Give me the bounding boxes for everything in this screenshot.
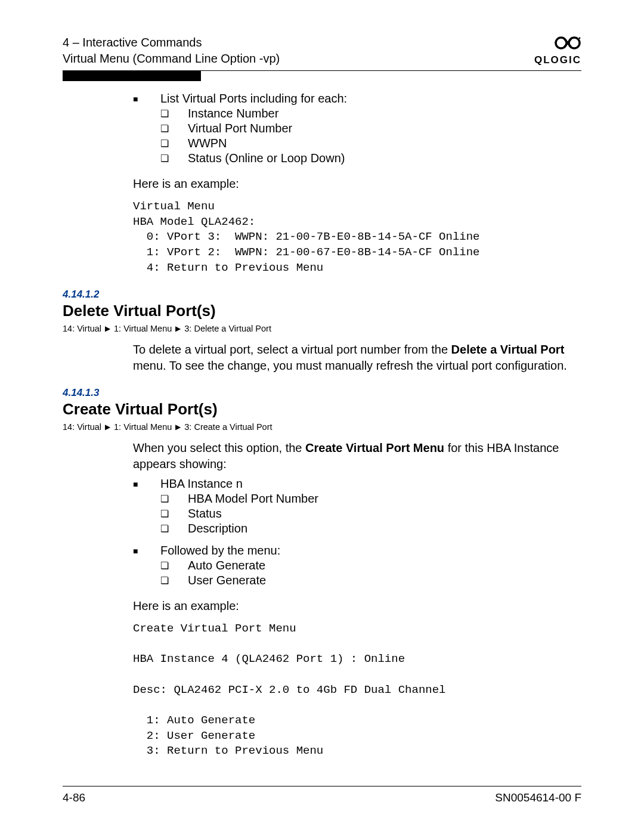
svg-point-2	[579, 38, 581, 39]
section-body: When you select this option, the Create …	[133, 440, 581, 759]
chevron-right-icon: ▶	[105, 324, 110, 333]
document-id: SN0054614-00 F	[495, 791, 581, 804]
breadcrumb-item: 14: Virtual	[63, 422, 101, 432]
sub-bullet-text: Status	[188, 507, 222, 521]
sub-bullet-text: Instance Number	[188, 107, 278, 120]
chevron-right-icon: ▶	[175, 324, 181, 333]
example-lead: Here is an example:	[133, 176, 581, 192]
example-lead: Here is an example:	[133, 598, 581, 614]
sub-bullet-item: Description	[160, 522, 581, 535]
bold-term: Delete a Virtual Port	[451, 343, 565, 356]
page-footer: 4-86 SN0054614-00 F	[63, 786, 581, 804]
square-filled-icon	[133, 544, 160, 556]
square-filled-icon	[133, 477, 160, 489]
bullet-text: HBA Instance n	[160, 477, 243, 491]
sub-bullet-item: Status	[160, 507, 581, 521]
section-title: Create Virtual Port(s)	[63, 400, 581, 419]
sub-bullet-item: Status (Online or Loop Down)	[160, 151, 581, 165]
page-header: 4 – Interactive Commands Virtual Menu (C…	[63, 35, 581, 71]
sub-bullet-item: HBA Model Port Number	[160, 492, 581, 506]
sublist: Auto Generate User Generate	[160, 559, 581, 587]
section-number: 4.14.1.2	[63, 289, 581, 301]
code-block: Virtual Menu HBA Model QLA2462: 0: VPort…	[133, 199, 581, 275]
text-run: To delete a virtual port, select a virtu…	[133, 343, 451, 356]
header-text: 4 – Interactive Commands Virtual Menu (C…	[63, 35, 280, 67]
breadcrumb: 14: Virtual ▶ 1: Virtual Menu ▶ 3: Delet…	[63, 324, 581, 333]
header-section: Virtual Menu (Command Line Option -vp)	[63, 51, 280, 67]
paragraph: To delete a virtual port, select a virtu…	[133, 342, 581, 374]
square-open-icon	[160, 137, 188, 149]
section-title: Delete Virtual Port(s)	[63, 302, 581, 320]
breadcrumb-item: 1: Virtual Menu	[114, 422, 172, 432]
square-open-icon	[160, 522, 188, 534]
sublist: HBA Model Port Number Status Description	[160, 492, 581, 535]
sub-bullet-text: Auto Generate	[188, 559, 265, 572]
spacer	[133, 537, 581, 543]
square-open-icon	[160, 492, 188, 504]
sub-bullet-text: HBA Model Port Number	[188, 492, 318, 506]
sub-bullet-item: WWPN	[160, 137, 581, 150]
bold-term: Create Virtual Port Menu	[305, 441, 444, 454]
brand-logo: QLOGIC	[534, 35, 581, 66]
sublist: Instance Number Virtual Port Number WWPN…	[160, 107, 581, 165]
text-run: When you select this option, the	[133, 441, 305, 454]
square-open-icon	[160, 151, 188, 164]
sub-bullet-item: User Generate	[160, 574, 581, 587]
section-body: To delete a virtual port, select a virtu…	[133, 342, 581, 374]
breadcrumb: 14: Virtual ▶ 1: Virtual Menu ▶ 3: Creat…	[63, 422, 581, 432]
square-filled-icon	[133, 92, 160, 104]
sub-bullet-item: Virtual Port Number	[160, 122, 581, 135]
sub-bullet-item: Instance Number	[160, 107, 581, 120]
square-open-icon	[160, 107, 188, 119]
square-open-icon	[160, 122, 188, 134]
bullet-item: List Virtual Ports including for each:	[133, 92, 581, 106]
code-block: Create Virtual Port Menu HBA Instance 4 …	[133, 621, 581, 759]
sub-bullet-text: Status (Online or Loop Down)	[188, 151, 345, 165]
header-chapter: 4 – Interactive Commands	[63, 35, 280, 51]
chevron-right-icon: ▶	[175, 423, 181, 431]
breadcrumb-item: 14: Virtual	[63, 324, 101, 333]
logo-icon	[534, 35, 581, 54]
bullet-text: Followed by the menu:	[160, 544, 280, 558]
section-number: 4.14.1.3	[63, 387, 581, 399]
sub-bullet-item: Auto Generate	[160, 559, 581, 572]
text-run: menu. To see the change, you must manual…	[133, 359, 567, 372]
intro-block: List Virtual Ports including for each: I…	[133, 92, 581, 275]
bullet-text: List Virtual Ports including for each:	[160, 92, 347, 106]
breadcrumb-item: 3: Create a Virtual Port	[184, 422, 272, 432]
square-open-icon	[160, 507, 188, 519]
sub-bullet-text: Virtual Port Number	[188, 122, 292, 135]
page: 4 – Interactive Commands Virtual Menu (C…	[0, 0, 644, 833]
paragraph: When you select this option, the Create …	[133, 440, 581, 472]
sub-bullet-text: Description	[188, 522, 247, 535]
breadcrumb-item: 3: Delete a Virtual Port	[184, 324, 271, 333]
sub-bullet-text: User Generate	[188, 574, 266, 587]
bullet-item: HBA Instance n	[133, 477, 581, 491]
breadcrumb-item: 1: Virtual Menu	[114, 324, 172, 333]
square-open-icon	[160, 574, 188, 586]
chevron-right-icon: ▶	[105, 423, 110, 431]
square-open-icon	[160, 559, 188, 571]
logo-text: QLOGIC	[534, 54, 581, 66]
bullet-item: Followed by the menu:	[133, 544, 581, 558]
page-number: 4-86	[63, 791, 85, 804]
header-bar	[63, 70, 201, 81]
sub-bullet-text: WWPN	[188, 137, 227, 150]
